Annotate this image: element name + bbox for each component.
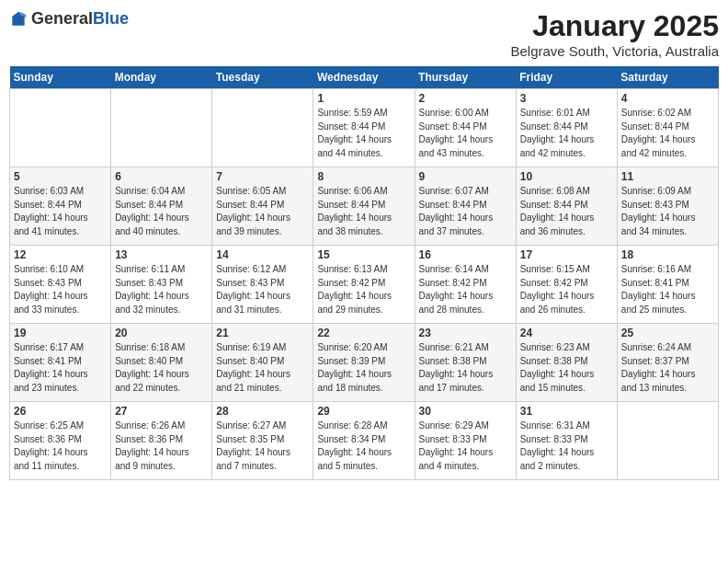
calendar-cell: 11Sunrise: 6:09 AM Sunset: 8:43 PM Dayli… [617, 167, 718, 246]
date-number: 25 [621, 327, 714, 339]
date-number: 15 [317, 248, 410, 261]
date-number: 7 [216, 170, 309, 183]
date-number: 17 [520, 248, 613, 261]
cell-info: Sunrise: 6:07 AM Sunset: 8:44 PM Dayligh… [419, 185, 512, 238]
calendar-cell: 19Sunrise: 6:17 AM Sunset: 8:41 PM Dayli… [10, 324, 111, 402]
cell-info: Sunrise: 6:05 AM Sunset: 8:44 PM Dayligh… [216, 185, 309, 238]
calendar-cell: 31Sunrise: 6:31 AM Sunset: 8:33 PM Dayli… [516, 402, 617, 480]
date-number: 30 [419, 405, 512, 418]
cell-info: Sunrise: 6:04 AM Sunset: 8:44 PM Dayligh… [115, 185, 208, 238]
date-number: 14 [216, 248, 309, 261]
cell-info: Sunrise: 6:31 AM Sunset: 8:33 PM Dayligh… [520, 419, 613, 473]
calendar-cell: 16Sunrise: 6:14 AM Sunset: 8:42 PM Dayli… [415, 246, 516, 324]
cell-info: Sunrise: 6:26 AM Sunset: 8:36 PM Dayligh… [115, 419, 208, 473]
calendar-cell: 17Sunrise: 6:15 AM Sunset: 8:42 PM Dayli… [516, 246, 617, 324]
cell-info: Sunrise: 6:29 AM Sunset: 8:33 PM Dayligh… [419, 419, 512, 473]
cell-info: Sunrise: 6:06 AM Sunset: 8:44 PM Dayligh… [317, 185, 410, 238]
logo-general: General [31, 9, 93, 28]
cell-info: Sunrise: 5:59 AM Sunset: 8:44 PM Dayligh… [317, 107, 410, 160]
calendar-cell: 13Sunrise: 6:11 AM Sunset: 8:43 PM Dayli… [111, 246, 212, 324]
logo-blue: Blue [93, 9, 129, 28]
calendar-cell [212, 89, 313, 167]
day-header-monday: Monday [111, 66, 212, 89]
calendar-cell: 9Sunrise: 6:07 AM Sunset: 8:44 PM Daylig… [415, 167, 516, 246]
cell-info: Sunrise: 6:20 AM Sunset: 8:39 PM Dayligh… [317, 341, 410, 395]
cell-info: Sunrise: 6:17 AM Sunset: 8:41 PM Dayligh… [14, 341, 107, 395]
date-number: 2 [419, 92, 512, 105]
calendar-cell: 22Sunrise: 6:20 AM Sunset: 8:39 PM Dayli… [313, 324, 415, 402]
cell-info: Sunrise: 6:09 AM Sunset: 8:43 PM Dayligh… [621, 185, 714, 238]
calendar-cell: 23Sunrise: 6:21 AM Sunset: 8:38 PM Dayli… [415, 324, 516, 402]
cell-info: Sunrise: 6:21 AM Sunset: 8:38 PM Dayligh… [419, 341, 512, 395]
calendar-cell: 1Sunrise: 5:59 AM Sunset: 8:44 PM Daylig… [313, 89, 415, 167]
date-number: 9 [419, 170, 512, 183]
calendar-cell: 29Sunrise: 6:28 AM Sunset: 8:34 PM Dayli… [313, 402, 415, 480]
date-number: 22 [317, 327, 410, 339]
calendar-cell [617, 402, 718, 480]
cell-info: Sunrise: 6:16 AM Sunset: 8:41 PM Dayligh… [621, 263, 714, 316]
calendar-cell: 27Sunrise: 6:26 AM Sunset: 8:36 PM Dayli… [111, 402, 212, 480]
date-number: 13 [115, 248, 208, 261]
date-number: 12 [14, 248, 107, 261]
calendar-cell: 15Sunrise: 6:13 AM Sunset: 8:42 PM Dayli… [313, 246, 415, 324]
date-number: 10 [520, 170, 613, 183]
date-number: 11 [621, 170, 714, 183]
calendar-cell: 26Sunrise: 6:25 AM Sunset: 8:36 PM Dayli… [10, 402, 111, 480]
cell-info: Sunrise: 6:02 AM Sunset: 8:44 PM Dayligh… [621, 107, 714, 160]
calendar-cell: 2Sunrise: 6:00 AM Sunset: 8:44 PM Daylig… [415, 89, 516, 167]
cell-info: Sunrise: 6:19 AM Sunset: 8:40 PM Dayligh… [216, 341, 309, 395]
calendar-cell: 21Sunrise: 6:19 AM Sunset: 8:40 PM Dayli… [212, 324, 313, 402]
cell-info: Sunrise: 6:25 AM Sunset: 8:36 PM Dayligh… [14, 419, 107, 473]
calendar-cell: 10Sunrise: 6:08 AM Sunset: 8:44 PM Dayli… [516, 167, 617, 246]
month-title: January 2025 [510, 9, 719, 43]
calendar-cell: 7Sunrise: 6:05 AM Sunset: 8:44 PM Daylig… [212, 167, 313, 246]
calendar-table: SundayMondayTuesdayWednesdayThursdayFrid… [9, 66, 719, 480]
cell-info: Sunrise: 6:01 AM Sunset: 8:44 PM Dayligh… [520, 107, 613, 160]
cell-info: Sunrise: 6:08 AM Sunset: 8:44 PM Dayligh… [520, 185, 613, 238]
day-header-wednesday: Wednesday [313, 66, 415, 89]
date-number: 1 [317, 92, 410, 105]
calendar-cell: 25Sunrise: 6:24 AM Sunset: 8:37 PM Dayli… [617, 324, 718, 402]
date-number: 5 [14, 170, 107, 183]
cell-info: Sunrise: 6:10 AM Sunset: 8:43 PM Dayligh… [14, 263, 107, 316]
date-number: 4 [621, 92, 714, 105]
calendar-cell: 18Sunrise: 6:16 AM Sunset: 8:41 PM Dayli… [617, 246, 718, 324]
location-title: Belgrave South, Victoria, Australia [510, 43, 719, 59]
date-number: 21 [216, 327, 309, 339]
day-header-tuesday: Tuesday [212, 66, 313, 89]
date-number: 26 [14, 405, 107, 418]
cell-info: Sunrise: 6:12 AM Sunset: 8:43 PM Dayligh… [216, 263, 309, 316]
date-number: 29 [317, 405, 410, 418]
date-number: 20 [115, 327, 208, 339]
cell-info: Sunrise: 6:23 AM Sunset: 8:38 PM Dayligh… [520, 341, 613, 395]
date-number: 27 [115, 405, 208, 418]
calendar-cell: 5Sunrise: 6:03 AM Sunset: 8:44 PM Daylig… [10, 167, 111, 246]
cell-info: Sunrise: 6:15 AM Sunset: 8:42 PM Dayligh… [520, 263, 613, 316]
calendar-cell: 4Sunrise: 6:02 AM Sunset: 8:44 PM Daylig… [617, 89, 718, 167]
cell-info: Sunrise: 6:14 AM Sunset: 8:42 PM Dayligh… [419, 263, 512, 316]
cell-info: Sunrise: 6:13 AM Sunset: 8:42 PM Dayligh… [317, 263, 410, 316]
calendar-cell: 14Sunrise: 6:12 AM Sunset: 8:43 PM Dayli… [212, 246, 313, 324]
cell-info: Sunrise: 6:18 AM Sunset: 8:40 PM Dayligh… [115, 341, 208, 395]
cell-info: Sunrise: 6:27 AM Sunset: 8:35 PM Dayligh… [216, 419, 309, 473]
calendar-cell: 12Sunrise: 6:10 AM Sunset: 8:43 PM Dayli… [10, 246, 111, 324]
calendar-cell: 6Sunrise: 6:04 AM Sunset: 8:44 PM Daylig… [111, 167, 212, 246]
logo: GeneralBlue [9, 9, 129, 29]
calendar-cell: 28Sunrise: 6:27 AM Sunset: 8:35 PM Dayli… [212, 402, 313, 480]
logo-icon [9, 10, 28, 29]
date-number: 8 [317, 170, 410, 183]
calendar-cell [10, 89, 111, 167]
calendar-cell [111, 89, 212, 167]
cell-info: Sunrise: 6:24 AM Sunset: 8:37 PM Dayligh… [621, 341, 714, 395]
day-header-friday: Friday [516, 66, 617, 89]
cell-info: Sunrise: 6:11 AM Sunset: 8:43 PM Dayligh… [115, 263, 208, 316]
date-number: 31 [520, 405, 613, 418]
cell-info: Sunrise: 6:00 AM Sunset: 8:44 PM Dayligh… [419, 107, 512, 160]
date-number: 6 [115, 170, 208, 183]
page-header: GeneralBlue January 2025 Belgrave South,… [9, 9, 719, 59]
date-number: 23 [419, 327, 512, 339]
calendar-cell: 20Sunrise: 6:18 AM Sunset: 8:40 PM Dayli… [111, 324, 212, 402]
date-number: 28 [216, 405, 309, 418]
date-number: 19 [14, 327, 107, 339]
calendar-cell: 8Sunrise: 6:06 AM Sunset: 8:44 PM Daylig… [313, 167, 415, 246]
